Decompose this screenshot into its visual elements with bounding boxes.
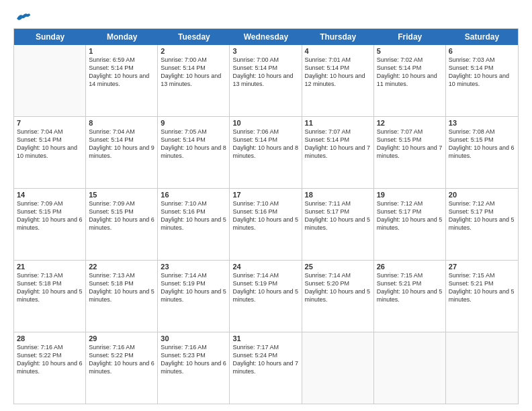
day-cell: 8Sunrise: 7:04 AMSunset: 5:14 PMDaylight… [86, 117, 158, 188]
day-cell: 24Sunrise: 7:14 AMSunset: 5:19 PMDayligh… [230, 261, 302, 332]
day-cell: 19Sunrise: 7:12 AMSunset: 5:17 PMDayligh… [374, 189, 446, 260]
day-number: 4 [305, 47, 371, 55]
week-row-1: 1Sunrise: 6:59 AMSunset: 5:14 PMDaylight… [14, 45, 518, 117]
header-saturday: Saturday [446, 29, 518, 45]
day-cell: 5Sunrise: 7:02 AMSunset: 5:14 PMDaylight… [374, 45, 446, 116]
day-details: Sunrise: 7:14 AMSunset: 5:19 PMDaylight:… [161, 271, 226, 304]
day-details: Sunrise: 7:17 AMSunset: 5:24 PMDaylight:… [232, 343, 298, 376]
day-details: Sunrise: 7:15 AMSunset: 5:21 PMDaylight:… [449, 271, 515, 304]
day-cell: 22Sunrise: 7:13 AMSunset: 5:18 PMDayligh… [86, 261, 158, 332]
day-number: 30 [161, 334, 226, 342]
day-details: Sunrise: 7:12 AMSunset: 5:17 PMDaylight:… [449, 199, 515, 232]
day-details: Sunrise: 7:04 AMSunset: 5:14 PMDaylight:… [17, 128, 83, 161]
day-cell: 6Sunrise: 7:03 AMSunset: 5:14 PMDaylight… [446, 45, 518, 116]
day-cell: 23Sunrise: 7:14 AMSunset: 5:19 PMDayligh… [158, 261, 230, 332]
day-details: Sunrise: 7:07 AMSunset: 5:15 PMDaylight:… [377, 128, 443, 161]
day-details: Sunrise: 7:00 AMSunset: 5:14 PMDaylight:… [232, 56, 298, 89]
day-number: 6 [449, 47, 515, 55]
day-number: 10 [232, 119, 298, 127]
day-cell: 29Sunrise: 7:16 AMSunset: 5:22 PMDayligh… [86, 332, 158, 404]
day-number: 20 [449, 191, 515, 199]
day-details: Sunrise: 7:09 AMSunset: 5:15 PMDaylight:… [17, 199, 83, 232]
day-cell: 21Sunrise: 7:13 AMSunset: 5:18 PMDayligh… [14, 261, 86, 332]
day-number: 2 [161, 47, 226, 55]
calendar: Sunday Monday Tuesday Wednesday Thursday… [13, 28, 519, 404]
week-row-2: 7Sunrise: 7:04 AMSunset: 5:14 PMDaylight… [14, 117, 518, 189]
day-number: 14 [17, 191, 83, 199]
day-number: 19 [377, 191, 443, 199]
day-number: 27 [449, 263, 515, 271]
day-cell: 30Sunrise: 7:16 AMSunset: 5:23 PMDayligh… [158, 332, 230, 404]
day-details: Sunrise: 7:16 AMSunset: 5:22 PMDaylight:… [17, 343, 83, 376]
day-number: 9 [161, 119, 226, 127]
day-details: Sunrise: 7:06 AMSunset: 5:14 PMDaylight:… [232, 128, 298, 161]
day-number: 1 [89, 47, 154, 55]
day-number: 11 [305, 119, 371, 127]
day-cell: 14Sunrise: 7:09 AMSunset: 5:15 PMDayligh… [14, 189, 86, 260]
day-cell: 28Sunrise: 7:16 AMSunset: 5:22 PMDayligh… [14, 332, 86, 404]
day-cell: 15Sunrise: 7:09 AMSunset: 5:15 PMDayligh… [86, 189, 158, 260]
day-details: Sunrise: 7:14 AMSunset: 5:20 PMDaylight:… [305, 271, 371, 304]
week-row-3: 14Sunrise: 7:09 AMSunset: 5:15 PMDayligh… [14, 189, 518, 261]
day-number: 24 [232, 263, 298, 271]
day-details: Sunrise: 6:59 AMSunset: 5:14 PMDaylight:… [89, 56, 154, 89]
week-row-4: 21Sunrise: 7:13 AMSunset: 5:18 PMDayligh… [14, 261, 518, 332]
calendar-body: 1Sunrise: 6:59 AMSunset: 5:14 PMDaylight… [14, 45, 518, 404]
day-cell: 12Sunrise: 7:07 AMSunset: 5:15 PMDayligh… [374, 117, 446, 188]
day-cell: 25Sunrise: 7:14 AMSunset: 5:20 PMDayligh… [302, 261, 374, 332]
day-cell: 11Sunrise: 7:07 AMSunset: 5:14 PMDayligh… [302, 117, 374, 188]
day-details: Sunrise: 7:01 AMSunset: 5:14 PMDaylight:… [305, 56, 371, 89]
day-details: Sunrise: 7:14 AMSunset: 5:19 PMDaylight:… [232, 271, 298, 304]
day-cell [446, 332, 518, 404]
day-details: Sunrise: 7:10 AMSunset: 5:16 PMDaylight:… [232, 199, 298, 232]
day-cell: 18Sunrise: 7:11 AMSunset: 5:17 PMDayligh… [302, 189, 374, 260]
day-number: 23 [161, 263, 226, 271]
logo [13, 12, 30, 23]
day-details: Sunrise: 7:07 AMSunset: 5:14 PMDaylight:… [305, 128, 371, 161]
day-details: Sunrise: 7:09 AMSunset: 5:15 PMDaylight:… [89, 199, 154, 232]
day-number: 21 [17, 263, 83, 271]
day-cell: 13Sunrise: 7:08 AMSunset: 5:15 PMDayligh… [446, 117, 518, 188]
page: Sunday Monday Tuesday Wednesday Thursday… [0, 0, 532, 411]
week-row-5: 28Sunrise: 7:16 AMSunset: 5:22 PMDayligh… [14, 332, 518, 404]
day-number: 28 [17, 334, 83, 342]
day-cell: 1Sunrise: 6:59 AMSunset: 5:14 PMDaylight… [86, 45, 158, 116]
header-wednesday: Wednesday [230, 29, 302, 45]
day-number: 26 [377, 263, 443, 271]
calendar-header: Sunday Monday Tuesday Wednesday Thursday… [14, 29, 518, 45]
day-number: 12 [377, 119, 443, 127]
day-details: Sunrise: 7:02 AMSunset: 5:14 PMDaylight:… [377, 56, 443, 89]
day-details: Sunrise: 7:10 AMSunset: 5:16 PMDaylight:… [161, 199, 226, 232]
day-details: Sunrise: 7:05 AMSunset: 5:14 PMDaylight:… [161, 128, 226, 161]
day-cell: 10Sunrise: 7:06 AMSunset: 5:14 PMDayligh… [230, 117, 302, 188]
header-sunday: Sunday [14, 29, 86, 45]
day-number: 13 [449, 119, 515, 127]
day-number: 8 [89, 119, 154, 127]
day-details: Sunrise: 7:03 AMSunset: 5:14 PMDaylight:… [449, 56, 515, 89]
day-cell: 3Sunrise: 7:00 AMSunset: 5:14 PMDaylight… [230, 45, 302, 116]
day-cell [374, 332, 446, 404]
day-details: Sunrise: 7:04 AMSunset: 5:14 PMDaylight:… [89, 128, 154, 161]
day-cell: 2Sunrise: 7:00 AMSunset: 5:14 PMDaylight… [158, 45, 230, 116]
day-cell: 20Sunrise: 7:12 AMSunset: 5:17 PMDayligh… [446, 189, 518, 260]
day-details: Sunrise: 7:13 AMSunset: 5:18 PMDaylight:… [89, 271, 154, 304]
day-cell: 31Sunrise: 7:17 AMSunset: 5:24 PMDayligh… [230, 332, 302, 404]
day-details: Sunrise: 7:08 AMSunset: 5:15 PMDaylight:… [449, 128, 515, 161]
day-cell [14, 45, 86, 116]
header-thursday: Thursday [302, 29, 374, 45]
day-number: 3 [232, 47, 298, 55]
logo-bird-icon [15, 12, 30, 24]
day-details: Sunrise: 7:00 AMSunset: 5:14 PMDaylight:… [161, 56, 226, 89]
day-number: 31 [232, 334, 298, 342]
day-details: Sunrise: 7:16 AMSunset: 5:23 PMDaylight:… [161, 343, 226, 376]
day-cell: 26Sunrise: 7:15 AMSunset: 5:21 PMDayligh… [374, 261, 446, 332]
day-details: Sunrise: 7:12 AMSunset: 5:17 PMDaylight:… [377, 199, 443, 232]
day-number: 22 [89, 263, 154, 271]
day-number: 15 [89, 191, 154, 199]
day-cell [302, 332, 374, 404]
header-monday: Monday [86, 29, 158, 45]
day-cell: 4Sunrise: 7:01 AMSunset: 5:14 PMDaylight… [302, 45, 374, 116]
day-cell: 9Sunrise: 7:05 AMSunset: 5:14 PMDaylight… [158, 117, 230, 188]
day-number: 16 [161, 191, 226, 199]
day-number: 18 [305, 191, 371, 199]
